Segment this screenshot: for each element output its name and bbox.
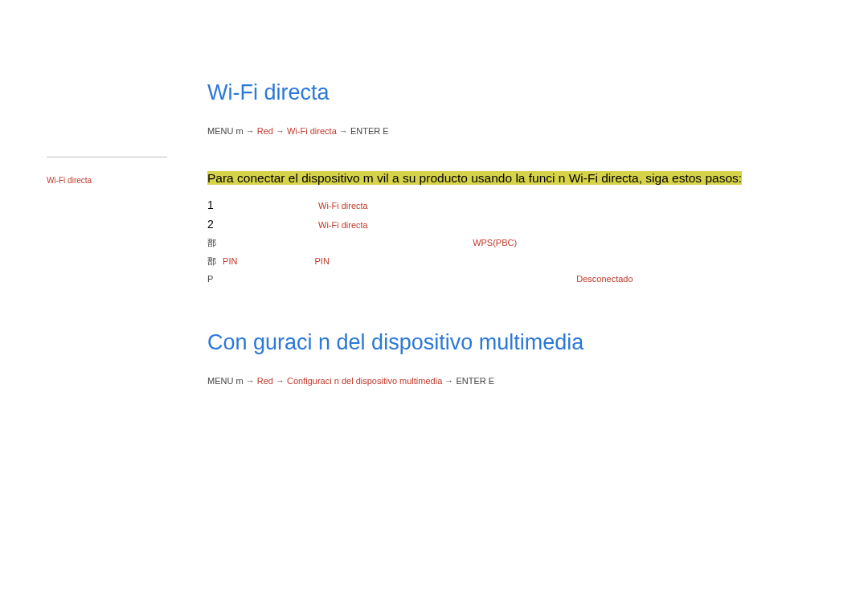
note-keyword: Desconectado: [576, 274, 633, 284]
bc-arrow: →: [442, 376, 456, 386]
sidebar-divider: [47, 157, 167, 157]
bullet-glyph-icon: 鄑: [207, 237, 220, 249]
breadcrumb-multimedia: MENU m → Red → Configuraci n del disposi…: [207, 376, 786, 386]
bc-red: Red: [257, 376, 273, 386]
step-keyword: Wi-Fi directa: [318, 220, 368, 230]
breadcrumb-wifi: MENU m → Red → Wi-Fi directa → ENTER E: [207, 126, 786, 136]
steps-list: 1 Wi-Fi directa 2 Wi-Fi directa 鄑 WPS(PB…: [207, 198, 786, 284]
bc-suffix: ENTER E: [350, 126, 389, 136]
bc-arrow: →: [273, 376, 287, 386]
step-number: 1: [207, 198, 318, 211]
step-row-1: 1 Wi-Fi directa: [207, 198, 786, 211]
bullet-row-pin: 鄑 PIN PIN: [207, 255, 786, 268]
bullet-glyph-icon: 鄑: [207, 255, 220, 268]
step-row-2: 2 Wi-Fi directa: [207, 218, 786, 231]
note-prefix: P: [207, 274, 213, 284]
bc-arrow: →: [337, 126, 350, 136]
bullet-keyword: PIN: [223, 256, 237, 266]
step-number: 2: [207, 218, 318, 231]
note-row: P Desconectado: [207, 274, 786, 284]
bc-suffix: ENTER E: [456, 376, 494, 386]
bc-red: Wi-Fi directa: [287, 126, 337, 136]
sidebar: Wi-Fi directa: [47, 175, 167, 186]
bc-red: Red: [257, 126, 273, 136]
section-title-wifi-directa: Wi-Fi directa: [207, 80, 786, 105]
bullet-row-wps: 鄑 WPS(PBC): [207, 237, 786, 249]
section-title-multimedia: Con guraci n del dispositivo multimedia: [207, 330, 786, 355]
bc-arrow: →: [273, 126, 287, 136]
intro-highlight: Para conectar el dispositivo m vil a su …: [207, 171, 742, 185]
bullet-keyword: PIN: [315, 256, 330, 266]
sidebar-item-wifi-directa[interactable]: Wi-Fi directa: [47, 175, 167, 186]
bc-prefix: MENU m →: [207, 126, 257, 136]
bc-prefix: MENU m →: [207, 376, 257, 386]
step-keyword: Wi-Fi directa: [318, 201, 368, 210]
main-content: Wi-Fi directa MENU m → Red → Wi-Fi direc…: [207, 80, 786, 402]
intro-paragraph: Para conectar el dispositivo m vil a su …: [207, 170, 786, 187]
bc-red: Configuraci n del dispositivo multimedia: [287, 376, 442, 386]
bullet-keyword: WPS(PBC): [473, 238, 517, 247]
